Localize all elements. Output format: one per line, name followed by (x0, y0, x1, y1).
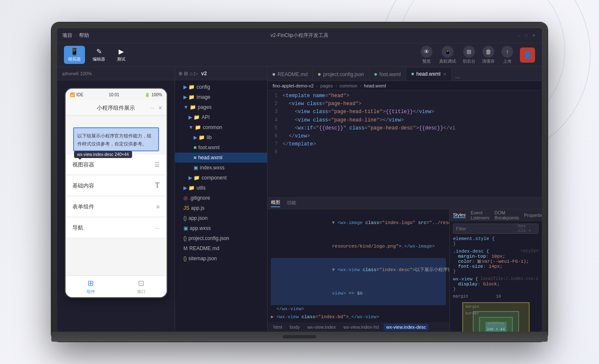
line-num-6: 6 (268, 132, 283, 140)
file-item-pages[interactable]: ▼ 📁 pages (175, 102, 267, 112)
bc-wx-view-index[interactable]: wx-view.index (305, 324, 339, 330)
file-name: utils (196, 185, 205, 191)
real-machine-action[interactable]: 📱 真机调试 (439, 46, 456, 64)
file-item-index-wxss[interactable]: ▣ index.wxss (175, 163, 267, 173)
devtools-tab-overview[interactable]: 概图 (271, 199, 280, 207)
styles-body[interactable]: :hov .cls + element.style { } (450, 221, 542, 332)
tab-foot-wxml[interactable]: foot.wxml (369, 68, 406, 81)
phone-header: iphone6 100% (57, 67, 175, 80)
breadcrumb-pages: pages (321, 83, 333, 88)
title-bar: 项目 帮助 v2-FinClip小程序开发工具 － □ ✕ (57, 28, 542, 43)
close-button[interactable]: ✕ (531, 33, 537, 39)
bc-body[interactable]: body (287, 324, 302, 330)
css-prop-font-size: font-size: 14px; (453, 264, 538, 269)
file-item-app-js[interactable]: JS app.js (175, 203, 267, 213)
file-item-app-json[interactable]: {} app.json (175, 213, 267, 223)
line-num-7: 7 (268, 140, 283, 148)
file-name: config (196, 84, 210, 90)
tab-close-icon[interactable]: ✕ (443, 72, 446, 76)
signal-icon: 📶 (70, 92, 75, 97)
tab-readme[interactable]: README.md (268, 68, 313, 81)
file-item-project-json[interactable]: {} project.config.json (175, 233, 267, 243)
file-item-component[interactable]: ▶ 📁 component (175, 173, 267, 183)
styles-tab-props[interactable]: Properties (524, 213, 542, 218)
view-container-label: 视图容器 (72, 161, 94, 169)
phone-status-right: 🔋 100% (145, 92, 162, 97)
wxss-icon: ▣ (193, 165, 198, 171)
css-prop-color: color: var(--weui-FG-1); (453, 259, 538, 264)
bc-wx-view-desc[interactable]: wx-view.index-desc (384, 324, 429, 330)
maximize-button[interactable]: □ (523, 33, 529, 39)
menu-help[interactable]: 帮助 (79, 32, 89, 39)
toolbar: 📱 模拟器 ✎ 编辑器 ▶ 测试 👁 预览 (57, 43, 542, 67)
user-avatar[interactable]: 👤 (520, 47, 535, 63)
preview-action[interactable]: 👁 预览 (421, 46, 432, 64)
file-item-readme[interactable]: M README.md (175, 243, 267, 253)
phone-panel: iphone6 100% 📶 IDE 10:01 (57, 67, 175, 332)
code-main[interactable]: 1 <template name="head"> 2 <view class="… (268, 90, 542, 197)
tab-project-config[interactable]: project.config.json (313, 68, 369, 81)
more-icon[interactable]: ··· (150, 105, 154, 111)
upload-action[interactable]: ↑ 上传 (501, 46, 513, 64)
file-name: foot.wxml (198, 145, 220, 150)
clear-cache-action[interactable]: 🗑 清缓存 (482, 46, 495, 64)
line-num-5: 5 (268, 124, 283, 132)
toolbar-right: 👁 预览 📱 真机调试 ⊞ 切后台 🗑 清缓存 (421, 46, 535, 64)
arrow-icon[interactable]: ▼ (332, 220, 335, 225)
cut-backend-label: 切后台 (463, 58, 475, 64)
folder-icon: ▶ 📁 (188, 175, 200, 181)
arrow-icon[interactable]: ▼ (332, 267, 335, 272)
file-panel-icons: ⊕ ⊞ ⌂ ▷ (178, 71, 198, 76)
nav-component[interactable]: ⊞ 组件 (66, 279, 116, 295)
box-model: margin border padding 240 × 44 (462, 302, 530, 332)
menu-project[interactable]: 项目 (62, 32, 72, 39)
close-icon[interactable]: ✕ (158, 105, 162, 111)
file-item-utils[interactable]: ▶ 📁 utils (175, 183, 267, 193)
editor-button[interactable]: ✎ 编辑器 (88, 46, 109, 64)
styles-tab-styles[interactable]: Styles (453, 212, 466, 218)
code-line-1: 1 <template name="head"> (268, 92, 542, 100)
devtools-tab-function[interactable]: 功能 (287, 200, 296, 207)
line-content-1: <template name="head"> (283, 92, 542, 100)
upload-icon: ↑ (501, 46, 513, 58)
file-item-common[interactable]: ▼ 📁 common (175, 122, 267, 132)
styles-tabs: Styles Event Listeners DOM Breakpoints P… (450, 209, 542, 221)
file-item-gitignore[interactable]: ◎ .gitignore (175, 193, 267, 203)
file-item-lib[interactable]: ▶ 📁 lib (175, 132, 267, 142)
more-tabs-button[interactable]: ··· (452, 74, 464, 81)
line-num-8: 8 (268, 148, 283, 156)
simulator-icon: 📱 (70, 47, 79, 55)
simulator-button[interactable]: 📱 模拟器 (64, 46, 85, 64)
bc-html[interactable]: html (271, 324, 285, 330)
html-tree[interactable]: ▼ <wx-image class="index-logo" src="../r… (268, 209, 449, 322)
cut-backend-action[interactable]: ⊞ 切后台 (463, 46, 475, 64)
file-item-config[interactable]: ▶ 📁 config (175, 82, 267, 92)
file-item-head-wxml[interactable]: ■ head.wxml (175, 153, 267, 163)
file-item-app-wxss[interactable]: ▣ app.wxss (175, 223, 267, 233)
tab-head-wxml[interactable]: head.wxml ✕ (406, 68, 452, 81)
minimize-button[interactable]: － (516, 33, 522, 39)
file-item-image[interactable]: ▶ 📁 image (175, 92, 267, 102)
list-item-nav[interactable]: 导航 ··· (66, 218, 167, 238)
folder-icon: ▶ 📁 (183, 84, 195, 90)
file-root-label: v2 (201, 71, 207, 76)
nav-api[interactable]: ⊡ 接口 (116, 279, 167, 295)
file-item-api[interactable]: ▶ 📁 API (175, 112, 267, 122)
tab-dot-head (411, 73, 414, 75)
debug-button[interactable]: ▶ 测试 (113, 46, 130, 64)
code-line-6: 6 </view> (268, 132, 542, 140)
styles-filter-input[interactable] (456, 226, 514, 231)
css-close-index-desc: } (453, 269, 538, 274)
css-rule-wx-view: wx-view { localfile:/.index.css:2 displa… (453, 277, 538, 292)
arrow-icon[interactable]: ▶ (271, 314, 274, 319)
file-name: project.config.json (188, 235, 229, 241)
list-item-form[interactable]: 表单组件 ≡ (66, 197, 167, 217)
bc-wx-view-hd[interactable]: wx-view.index-hd (341, 324, 382, 330)
file-item-foot-wxml[interactable]: ■ foot.wxml (175, 142, 267, 153)
file-item-sitemap[interactable]: {} sitemap.json (175, 253, 267, 264)
json-icon: {} (183, 215, 187, 221)
devtools: 概图 功能 ▼ <wx-image class="index-logo" src… (268, 197, 542, 332)
list-item-basic-content[interactable]: 基础内容 T (66, 176, 167, 196)
styles-tab-dom[interactable]: DOM Breakpoints (495, 210, 519, 220)
styles-tab-event[interactable]: Event Listeners (471, 210, 490, 220)
